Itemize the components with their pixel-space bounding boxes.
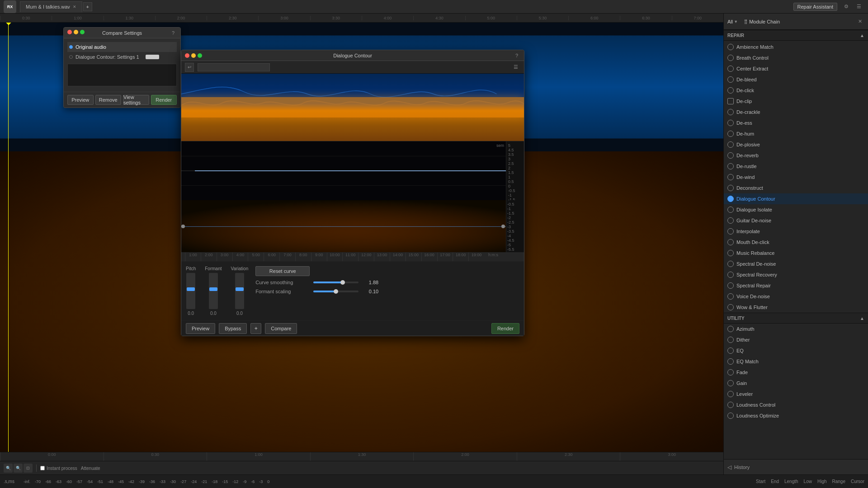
module-icon-eq-match xyxy=(727,358,734,365)
dc-preset-select[interactable] xyxy=(198,63,270,71)
module-item-music-rebalance[interactable]: Music Rebalance xyxy=(724,248,868,258)
module-label: De-ess xyxy=(736,120,752,126)
dc-plus-button[interactable]: + xyxy=(250,323,261,334)
module-item-dialogue-contour[interactable]: Dialogue Contour xyxy=(724,193,868,204)
module-item-spectral-recovery[interactable]: Spectral Recovery xyxy=(724,269,868,280)
dc-spectral-area[interactable]: -0.5 -1 -1.5 -2 -2.5 -3 -3.5 -4 -4.5 -5 … xyxy=(181,200,524,252)
module-item-leveler[interactable]: Leveler xyxy=(724,389,868,399)
variation-slider-track[interactable] xyxy=(235,273,244,309)
file-tab[interactable]: Mum & I talkies.wav ✕ xyxy=(20,1,82,12)
preview-button[interactable]: Preview xyxy=(67,95,94,105)
traffic-light-close[interactable] xyxy=(67,30,72,34)
view-settings-button[interactable]: View settings xyxy=(123,95,149,105)
module-item-de-click[interactable]: De-click xyxy=(724,85,868,96)
reset-curve-button[interactable]: Reset curve xyxy=(255,266,310,276)
traffic-light-maximize[interactable] xyxy=(80,30,85,34)
dc-right-handle[interactable] xyxy=(501,225,505,228)
dc-close-button[interactable] xyxy=(185,53,189,58)
dc-maximize-button[interactable] xyxy=(198,53,202,58)
dc-menu-icon[interactable]: ☰ xyxy=(511,63,520,72)
module-item-eq[interactable]: EQ xyxy=(724,345,868,356)
dc-traffic-lights xyxy=(185,53,202,58)
module-label: EQ Match xyxy=(736,359,759,364)
module-item-eq-match[interactable]: EQ Match xyxy=(724,356,868,367)
module-item-de-ess[interactable]: De-ess xyxy=(724,117,868,128)
dc-help-icon[interactable]: ? xyxy=(513,52,520,59)
module-item-mouth-de-click[interactable]: Mouth De-click xyxy=(724,237,868,248)
formant-scaling-thumb[interactable] xyxy=(334,289,338,294)
module-item-dither[interactable]: Dither xyxy=(724,334,868,345)
formant-slider-thumb[interactable] xyxy=(209,287,217,291)
dc-bypass-button[interactable]: Bypass xyxy=(219,323,247,334)
dc-pitch-area[interactable]: sem 5 4.5 3.5 3 2.5 2 1.5 1 0.5 0 -0.5 -… xyxy=(181,141,524,200)
variation-slider-thumb[interactable] xyxy=(236,287,244,291)
compare-option-original[interactable]: Original audio xyxy=(67,42,177,52)
pitch-slider-track[interactable] xyxy=(186,273,195,309)
module-item-interpolate[interactable]: Interpolate xyxy=(724,226,868,237)
module-icon-ambience xyxy=(727,44,734,50)
dc-left-handle[interactable] xyxy=(181,225,185,228)
dc-preview-button[interactable]: Preview xyxy=(186,323,215,334)
dc-undo-icon[interactable]: ↩ xyxy=(185,63,194,72)
pitch-slider-thumb[interactable] xyxy=(187,287,195,291)
module-item-de-bleed[interactable]: De-bleed xyxy=(724,74,868,85)
module-item-fade[interactable]: Fade xyxy=(724,367,868,378)
zoom-fit-icon[interactable]: ⊡ xyxy=(24,464,33,473)
repair-assistant-button[interactable]: Repair Assistant xyxy=(793,3,837,11)
curve-smoothing-thumb[interactable] xyxy=(340,280,345,285)
menu-icon[interactable]: ☰ xyxy=(854,1,864,12)
dc-curve-controls: Reset curve Curve smoothing 1.88 Formant… xyxy=(255,266,519,294)
pitch-label: 4.5 xyxy=(508,148,522,152)
settings-icon[interactable]: ⚙ xyxy=(841,1,852,12)
module-item-gain[interactable]: Gain xyxy=(724,378,868,389)
close-panel-icon[interactable]: ✕ xyxy=(855,17,864,26)
instant-process-toggle[interactable]: Instant process xyxy=(40,466,77,471)
module-item-spectral-repair[interactable]: Spectral Repair xyxy=(724,280,868,291)
module-item-breath-control[interactable]: Breath Control xyxy=(724,52,868,63)
curve-smoothing-slider[interactable] xyxy=(313,282,359,283)
module-item-de-crackle[interactable]: De-crackle xyxy=(724,107,868,117)
module-item-loudness-control[interactable]: Loudness Control xyxy=(724,399,868,410)
instant-process-checkbox[interactable] xyxy=(40,466,45,470)
formant-slider-track[interactable] xyxy=(209,273,218,309)
dc-waveform-area[interactable] xyxy=(181,74,524,141)
module-item-dialogue-isolate[interactable]: Dialogue Isolate xyxy=(724,204,868,215)
tab-close-icon[interactable]: ✕ xyxy=(73,5,76,9)
module-item-ambience-match[interactable]: Ambience Match xyxy=(724,42,868,52)
dc-compare-button[interactable]: Compare xyxy=(265,323,297,334)
formant-scaling-slider[interactable] xyxy=(313,291,359,292)
repair-collapse-icon[interactable]: ▲ xyxy=(860,33,864,38)
module-item-azimuth[interactable]: Azimuth xyxy=(724,324,868,334)
utility-collapse-icon[interactable]: ▲ xyxy=(860,316,864,321)
dc-tick: 13:00 xyxy=(374,253,390,261)
compare-option-settings1[interactable]: Dialogue Contour: Settings 1 xyxy=(67,52,177,62)
module-item-deconstruct[interactable]: Deconstruct xyxy=(724,183,868,193)
module-label: Loudness Control xyxy=(736,402,775,408)
module-item-guitar-de-noise[interactable]: Guitar De-noise xyxy=(724,215,868,226)
module-item-de-wind[interactable]: De-wind xyxy=(724,172,868,183)
zoom-out-icon[interactable]: 🔍 xyxy=(14,464,23,473)
module-item-loudness-optimize[interactable]: Loudness Optimize xyxy=(724,410,868,421)
remove-button[interactable]: Remove xyxy=(95,95,122,105)
module-item-voice-de-noise[interactable]: Voice De-noise xyxy=(724,291,868,302)
module-item-de-rustle[interactable]: De-rustle xyxy=(724,161,868,172)
render-button[interactable]: Render xyxy=(151,95,177,105)
dialog-help-icon[interactable]: ? xyxy=(170,29,177,37)
module-icon-dialogue-isolate xyxy=(727,206,734,213)
new-tab-button[interactable]: + xyxy=(83,2,92,11)
zoom-in-icon[interactable]: 🔍 xyxy=(4,464,13,473)
dc-render-button[interactable]: Render xyxy=(491,323,519,334)
module-item-spectral-de-noise[interactable]: Spectral De-noise xyxy=(724,258,868,269)
module-item-de-reverb[interactable]: De-reverb xyxy=(724,150,868,161)
module-item-wow-flutter[interactable]: Wow & Flutter xyxy=(724,302,868,313)
filter-dropdown-wrapper[interactable]: All ▼ xyxy=(727,19,738,24)
pitch-label: 0.5 xyxy=(508,179,522,184)
module-item-center-extract[interactable]: Center Extract xyxy=(724,63,868,74)
traffic-light-minimize[interactable] xyxy=(74,30,78,34)
dc-minimize-button[interactable] xyxy=(191,53,196,58)
module-item-de-plosive[interactable]: De-plosive xyxy=(724,139,868,150)
module-item-de-hum[interactable]: De-hum xyxy=(724,128,868,139)
tick: 1:00 xyxy=(207,452,310,461)
module-chain-button[interactable]: ⣿ Module Chain xyxy=(741,18,783,25)
module-item-de-clip[interactable]: De-clip xyxy=(724,96,868,107)
